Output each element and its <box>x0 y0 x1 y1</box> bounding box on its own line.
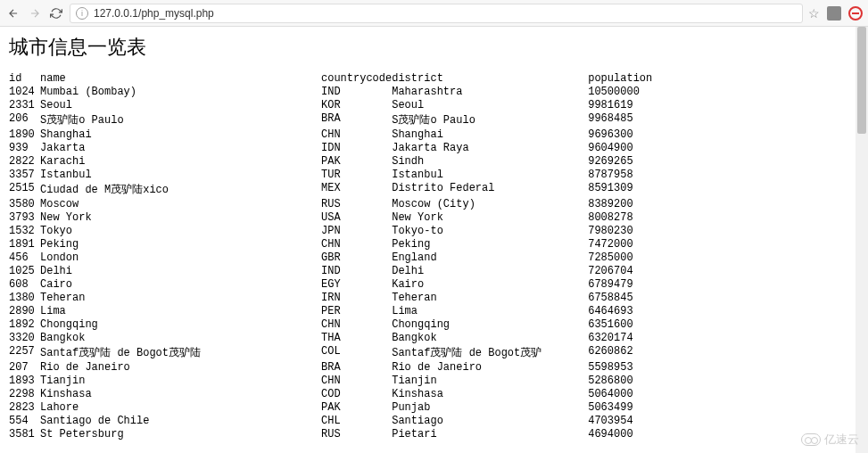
back-button[interactable] <box>5 5 21 21</box>
cell-id: 1893 <box>9 374 40 387</box>
cell-name: Lahore <box>40 400 321 414</box>
cell-id: 2331 <box>9 98 40 111</box>
cell-population: 5064000 <box>588 387 695 400</box>
cell-district: Maharashtra <box>392 85 588 98</box>
cell-id: 2298 <box>9 387 40 400</box>
table-row: 2890LimaPERLima6464693 <box>9 304 695 317</box>
cell-id: 456 <box>9 251 40 264</box>
cell-population: 6320174 <box>588 331 695 344</box>
cell-countrycode: COL <box>321 344 392 360</box>
cell-district: Bangkok <box>392 331 588 344</box>
cell-countrycode: IRN <box>321 291 392 304</box>
cell-district: Rio de Janeiro <box>392 360 588 374</box>
cell-name: New York <box>40 210 321 224</box>
cell-district: Kinshasa <box>392 387 588 400</box>
cell-id: 206 <box>9 111 40 128</box>
cell-population: 6351600 <box>588 317 695 331</box>
cell-countrycode: JPN <box>321 224 392 237</box>
cell-population: 7980230 <box>588 224 695 237</box>
cell-district: Istanbul <box>392 168 588 181</box>
cell-district: Distrito Federal <box>392 181 588 197</box>
cell-id: 2515 <box>9 181 40 197</box>
extension-icon[interactable] <box>827 6 841 21</box>
cell-population: 7206704 <box>588 264 695 277</box>
cell-countrycode: GBR <box>321 251 392 264</box>
cell-id: 3581 <box>9 427 40 441</box>
page-content: 城市信息一览表 id name countrycode district pop… <box>0 27 868 448</box>
table-row: 2257Santaf茂驴陆 de Bogot茂驴陆COLSantaf茂驴陆 de… <box>9 344 695 360</box>
cell-id: 3320 <box>9 331 40 344</box>
browser-toolbar: i 127.0.0.1/php_mysql.php ☆ <box>0 0 868 27</box>
cell-population: 5286800 <box>588 374 695 387</box>
table-row: 3580MoscowRUSMoscow (City)8389200 <box>9 197 695 210</box>
cell-population: 6260862 <box>588 344 695 360</box>
cell-name: Moscow <box>40 197 321 210</box>
watermark-text: 亿速云 <box>824 432 859 448</box>
cell-id: 1891 <box>9 237 40 251</box>
cell-name: Santiago de Chile <box>40 414 321 427</box>
cell-id: 1890 <box>9 128 40 141</box>
cell-name: Tokyo <box>40 224 321 237</box>
cell-countrycode: USA <box>321 210 392 224</box>
table-row: 207Rio de JaneiroBRARio de Janeiro559895… <box>9 360 695 374</box>
cell-district: Lima <box>392 304 588 317</box>
table-row: 3581St PetersburgRUSPietari4694000 <box>9 427 695 441</box>
cell-countrycode: TUR <box>321 168 392 181</box>
table-row: 2515Ciudad de M茂驴陆xicoMEXDistrito Federa… <box>9 181 695 197</box>
header-id: id <box>9 71 40 85</box>
cell-population: 10500000 <box>588 85 695 98</box>
cell-population: 6758845 <box>588 291 695 304</box>
adblock-icon[interactable] <box>848 6 863 21</box>
table-row: 939JakartaIDNJakarta Raya9604900 <box>9 141 695 154</box>
cell-countrycode: BRA <box>321 360 392 374</box>
vertical-scrollbar[interactable] <box>856 27 868 453</box>
cell-district: Teheran <box>392 291 588 304</box>
header-countrycode: countrycode <box>321 71 392 85</box>
table-row: 1893TianjinCHNTianjin5286800 <box>9 374 695 387</box>
cell-name: Santaf茂驴陆 de Bogot茂驴陆 <box>40 344 321 360</box>
table-row: 1024Mumbai (Bombay)INDMaharashtra1050000… <box>9 85 695 98</box>
cell-population: 8008278 <box>588 210 695 224</box>
table-row: 1891PekingCHNPeking7472000 <box>9 237 695 251</box>
cell-district: S茂驴陆o Paulo <box>392 111 588 128</box>
cell-population: 4694000 <box>588 427 695 441</box>
cell-district: Santaf茂驴陆 de Bogot茂驴 <box>392 344 588 360</box>
cell-population: 8787958 <box>588 168 695 181</box>
cell-countrycode: COD <box>321 387 392 400</box>
cell-population: 9968485 <box>588 111 695 128</box>
bookmark-star-icon[interactable]: ☆ <box>808 6 820 21</box>
cell-countrycode: PAK <box>321 400 392 414</box>
cell-population: 5063499 <box>588 400 695 414</box>
reload-button[interactable] <box>48 5 64 21</box>
cell-district: Jakarta Raya <box>392 141 588 154</box>
cell-district: Punjab <box>392 400 588 414</box>
forward-button[interactable] <box>27 5 43 21</box>
cell-countrycode: IND <box>321 85 392 98</box>
table-row: 206S茂驴陆o PauloBRAS茂驴陆o Paulo9968485 <box>9 111 695 128</box>
cell-district: England <box>392 251 588 264</box>
address-bar[interactable]: i 127.0.0.1/php_mysql.php <box>70 4 803 23</box>
cell-name: Lima <box>40 304 321 317</box>
cell-id: 2890 <box>9 304 40 317</box>
table-row: 3793New YorkUSANew York8008278 <box>9 210 695 224</box>
cell-id: 3357 <box>9 168 40 181</box>
cell-countrycode: KOR <box>321 98 392 111</box>
table-row: 2298KinshasaCODKinshasa5064000 <box>9 387 695 400</box>
cell-district: Moscow (City) <box>392 197 588 210</box>
table-row: 2823LahorePAKPunjab5063499 <box>9 400 695 414</box>
cell-name: Cairo <box>40 277 321 291</box>
table-row: 554Santiago de ChileCHLSantiago4703954 <box>9 414 695 427</box>
site-info-icon[interactable]: i <box>76 7 88 20</box>
table-row: 2822KarachiPAKSindh9269265 <box>9 154 695 168</box>
cell-name: Ciudad de M茂驴陆xico <box>40 181 321 197</box>
cell-name: Teheran <box>40 291 321 304</box>
scrollbar-thumb[interactable] <box>857 27 866 134</box>
cell-name: Jakarta <box>40 141 321 154</box>
cell-name: Karachi <box>40 154 321 168</box>
table-row: 608CairoEGYKairo6789479 <box>9 277 695 291</box>
header-district: district <box>392 71 588 85</box>
cell-countrycode: THA <box>321 331 392 344</box>
table-row: 1380TeheranIRNTeheran6758845 <box>9 291 695 304</box>
cell-countrycode: PER <box>321 304 392 317</box>
cell-countrycode: CHL <box>321 414 392 427</box>
